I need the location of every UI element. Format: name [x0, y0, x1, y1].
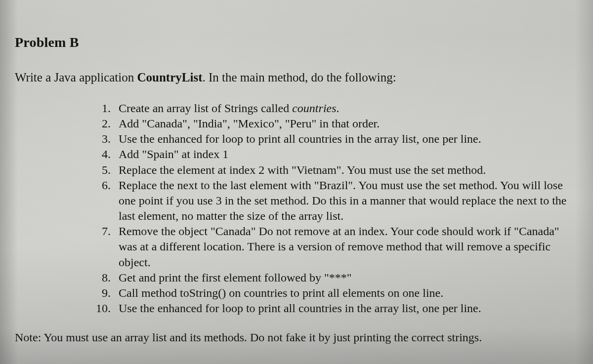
step-text: Remove the object "Canada" Do not remove… [119, 225, 559, 268]
step-text: Use the enhanced for loop to print all c… [119, 132, 481, 145]
intro-suffix: . In the main method, do the following: [202, 71, 396, 84]
list-item: Remove the object "Canada" Do not remove… [114, 224, 578, 270]
class-name: CountryList [137, 71, 203, 84]
list-item: Call method toString() on countries to p… [114, 285, 578, 301]
step-text: Replace the element at index 2 with "Vie… [119, 163, 486, 176]
step-text: Add "Canada", "India", "Mexico", "Peru" … [119, 117, 380, 130]
intro-paragraph: Write a Java application CountryList. In… [15, 69, 578, 86]
step-text: Call method toString() on countries to p… [119, 286, 443, 299]
problem-page: Problem B Write a Java application Count… [0, 0, 593, 361]
list-item: Add "Canada", "India", "Mexico", "Peru" … [114, 116, 578, 131]
list-item: Use the enhanced for loop to print all c… [114, 131, 578, 147]
list-item: Replace the element at index 2 with "Vie… [114, 162, 578, 178]
list-item: Use the enhanced for loop to print all c… [114, 301, 578, 316]
list-item: Replace the next to the last element wit… [114, 178, 578, 224]
step-text: Add "Spain" at index 1 [119, 148, 228, 161]
step-italic: countries [292, 102, 336, 115]
step-post: . [337, 102, 339, 115]
step-text: Use the enhanced for loop to print all c… [119, 302, 481, 315]
step-text: Create an array list of Strings called [119, 102, 292, 115]
list-item: Get and print the first element followed… [114, 270, 578, 285]
intro-prefix: Write a Java application [15, 71, 137, 84]
problem-title: Problem B [15, 35, 578, 50]
step-text: Replace the next to the last element wit… [119, 179, 566, 222]
step-text: Get and print the first element followed… [119, 271, 351, 284]
list-item: Create an array list of Strings called c… [114, 101, 578, 116]
steps-list: Create an array list of Strings called c… [114, 101, 578, 317]
note-paragraph: Note: You must use an array list and its… [15, 330, 568, 346]
list-item: Add "Spain" at index 1 [114, 147, 578, 162]
